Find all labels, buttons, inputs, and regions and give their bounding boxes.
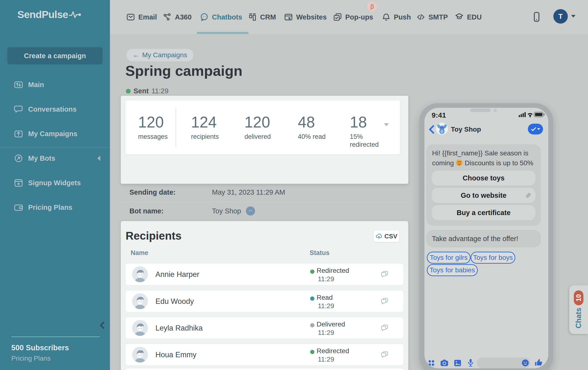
recipient-name: Leyla Radhika — [155, 324, 203, 332]
quick-reply-chip[interactable]: Toys for gilrs — [427, 252, 471, 264]
open-chat-icon[interactable] — [380, 297, 388, 305]
active-tab-underline — [197, 32, 249, 34]
pricing-plans-link[interactable]: Pricing Plans — [11, 355, 51, 362]
detail-label: Sending date: — [129, 188, 176, 196]
recipient-name: Houa Emmy — [155, 350, 197, 359]
mobile-app-button[interactable] — [531, 11, 542, 23]
open-chat-icon[interactable] — [380, 324, 388, 332]
table-row[interactable]: Edu Woody Read 11:29 — [126, 291, 403, 312]
stat-value: 120 — [244, 114, 271, 131]
chevron-left-icon — [427, 125, 436, 134]
camera-notch — [494, 109, 497, 112]
nav-tab-edu[interactable]: EDU — [455, 11, 482, 23]
camera-icon[interactable] — [440, 359, 449, 367]
sidebar-item-label: Main — [28, 81, 44, 89]
recipient-time: 11:29 — [318, 275, 334, 283]
nav-tab-a360[interactable]: A360 — [163, 11, 191, 23]
thumbs-up-icon[interactable] — [534, 358, 543, 367]
chat-button-label: Go to website — [461, 191, 506, 200]
detail-row-divider — [121, 201, 408, 202]
detail-label: Bot name: — [129, 207, 164, 215]
delivered-check-pill[interactable] — [528, 124, 543, 135]
crm-icon — [248, 12, 257, 22]
stat-read: 48 40% read — [298, 114, 326, 141]
open-chat-icon[interactable] — [380, 270, 388, 278]
table-row[interactable]: Annie Harper Redirected 11:29 — [126, 264, 403, 285]
table-row-partial — [126, 369, 403, 370]
user-avatar[interactable]: T — [553, 9, 568, 24]
check-icon — [531, 127, 536, 131]
nav-tab-email[interactable]: Email — [126, 11, 157, 23]
table-row[interactable]: Houa Emmy Redirected 11:29 — [126, 344, 403, 365]
chat-button-choose-toys[interactable]: Choose toys — [432, 170, 536, 186]
quick-reply-chip[interactable]: Toys for boys — [471, 252, 515, 264]
nav-tab-push[interactable]: Push — [382, 11, 411, 23]
microphone-icon[interactable] — [467, 359, 474, 367]
speaker-notch — [470, 108, 491, 112]
sidebar-item-conversations[interactable]: Conversations — [0, 101, 110, 118]
emoji-smiley-icon[interactable] — [522, 359, 529, 367]
phone-clock: 9:41 — [432, 111, 446, 119]
recipient-time: 11:29 — [318, 302, 334, 310]
column-header-status: Status — [310, 249, 330, 257]
sidebar-item-my-campaigns[interactable]: My Campaigns — [0, 125, 110, 142]
sidebar-collapse-button[interactable] — [97, 320, 108, 330]
sidebar-item-pricing-plans[interactable]: Pricing Plans — [0, 199, 110, 216]
recipient-status: Delivered — [317, 320, 345, 328]
nav-tab-popups[interactable]: Pop-ups — [333, 11, 373, 23]
stats-expand-caret[interactable] — [384, 123, 389, 126]
export-csv-button[interactable]: CSV — [374, 231, 399, 242]
apps-grid-icon[interactable] — [428, 359, 435, 367]
recipient-name: Annie Harper — [155, 270, 200, 279]
quick-reply-chip[interactable]: Toys for babies — [427, 264, 478, 276]
status-dot — [310, 269, 315, 274]
push-icon — [382, 12, 391, 22]
campaign-status-line: Sent 11:29 — [126, 87, 168, 95]
campaigns-icon — [14, 129, 23, 138]
stat-label: delivered — [244, 133, 271, 141]
conversations-icon — [14, 105, 23, 114]
stat-divider — [176, 107, 176, 147]
sidebar-item-label: My Bots — [28, 154, 55, 162]
nav-tab-websites[interactable]: Websites — [284, 11, 327, 23]
message-text: Hi! {{first_name}} Sale season is coming… — [432, 148, 536, 168]
chat-title: Toy Shop — [451, 126, 481, 133]
popups-icon — [333, 12, 342, 22]
back-to-campaigns-link[interactable]: ← My Campaigns — [126, 49, 193, 61]
sidebar-item-my-bots[interactable]: My Bots — [0, 150, 110, 167]
chats-side-tab[interactable]: 10 Chats — [569, 285, 588, 334]
sidebar-item-main[interactable]: Main — [0, 76, 110, 93]
csv-label: CSV — [384, 233, 397, 240]
messenger-icon — [246, 206, 255, 216]
nav-tab-label: Push — [394, 13, 411, 21]
account-caret-icon[interactable] — [571, 15, 576, 18]
nav-tab-chatbots[interactable]: Chatbots — [200, 11, 242, 23]
sendpulse-logo[interactable]: SendPulse — [17, 9, 82, 21]
status-dot — [126, 89, 131, 94]
open-chat-icon[interactable] — [380, 350, 388, 359]
stat-label: messages — [138, 133, 168, 141]
stat-label: 40% read — [298, 133, 326, 141]
page-title: Spring campaign — [125, 63, 242, 79]
chat-button-buy-certificate[interactable]: Buy a certificate — [432, 205, 536, 220]
back-arrow-icon: ← — [133, 51, 139, 59]
pulse-icon — [69, 10, 82, 20]
create-campaign-button[interactable]: Create a campaign — [7, 47, 103, 64]
chat-button-go-to-website[interactable]: Go to website — [432, 188, 536, 203]
bots-icon — [14, 153, 23, 163]
status-dot — [310, 296, 315, 301]
stat-messages: 120 messages — [138, 114, 168, 141]
recipients-heading: Recipients — [126, 229, 182, 242]
smtp-icon — [416, 12, 425, 22]
websites-icon — [284, 12, 293, 22]
back-button[interactable] — [427, 125, 436, 134]
image-icon[interactable] — [454, 359, 462, 367]
nav-tab-smtp[interactable]: SMTP — [416, 11, 448, 23]
sidebar-item-signup-widgets[interactable]: Signup Widgets — [0, 174, 110, 191]
heart-eyes-emoji — [456, 159, 463, 167]
stat-label: recipients — [191, 133, 219, 141]
recipient-time: 11:29 — [318, 356, 334, 363]
dashboard-icon — [14, 80, 23, 89]
nav-tab-crm[interactable]: CRM — [248, 11, 276, 23]
table-row[interactable]: Leyla Radhika Delivered 11:29 — [126, 317, 403, 338]
